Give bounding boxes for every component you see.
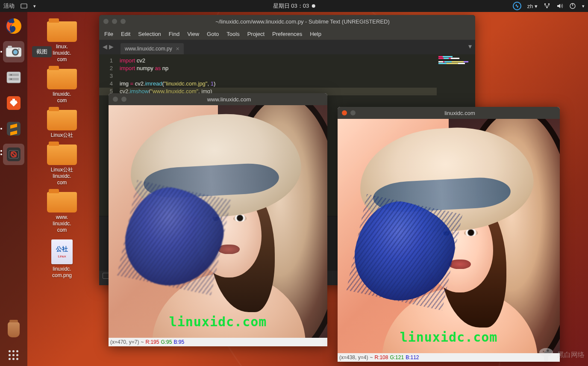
svg-rect-0 xyxy=(21,4,27,8)
image-canvas[interactable]: linuxidc.com xyxy=(109,105,327,338)
power-icon[interactable] xyxy=(569,3,576,9)
cv-window-b: linuxidc.com linuxidc.com (x=438, y=4) ~… xyxy=(338,107,560,362)
dock-sublime[interactable] xyxy=(3,118,24,139)
svg-rect-3 xyxy=(547,7,548,8)
dock-tooltip: 截图 xyxy=(32,46,52,57)
svg-rect-23 xyxy=(544,355,548,362)
svg-point-14 xyxy=(11,74,12,76)
notification-dot-icon xyxy=(312,4,315,8)
menu-file[interactable]: File xyxy=(104,31,113,37)
svg-rect-11 xyxy=(7,72,21,83)
window-titlebar[interactable]: ~/linuxidc.com/www.linuxidc.com.py - Sub… xyxy=(99,15,475,28)
svg-point-15 xyxy=(11,79,12,80)
desktop-folder[interactable]: Linux公社 linuxidc. com xyxy=(34,145,90,186)
window-close-icon[interactable] xyxy=(342,110,347,115)
svg-rect-12 xyxy=(9,74,19,76)
dock-trash[interactable] xyxy=(3,319,24,340)
svg-point-9 xyxy=(13,50,18,54)
menu-help[interactable]: Help xyxy=(310,31,321,37)
window-titlebar[interactable]: linuxidc.com xyxy=(338,107,560,119)
svg-point-10 xyxy=(18,48,20,50)
image-watermark: linuxidc.com xyxy=(169,314,267,329)
dock-firefox[interactable] xyxy=(3,15,24,37)
dock-files[interactable] xyxy=(3,67,24,88)
window-close-icon[interactable] xyxy=(103,19,109,24)
svg-point-25 xyxy=(547,350,549,352)
editor-tab[interactable]: www.linuxidc.com.py✕ xyxy=(121,43,184,54)
system-menu-arrow-icon[interactable]: ▾ xyxy=(582,3,585,9)
menu-view[interactable]: View xyxy=(187,31,199,37)
mushroom-icon xyxy=(538,346,555,363)
window-titlebar[interactable]: www.linuxidc.com xyxy=(109,93,327,105)
tab-prev-icon[interactable]: ◀ xyxy=(103,43,107,50)
svg-rect-2 xyxy=(548,3,550,5)
svg-rect-7 xyxy=(8,46,12,48)
menu-edit[interactable]: Edit xyxy=(121,31,130,37)
app-indicator-icon[interactable] xyxy=(21,3,27,9)
input-method-indicator[interactable]: zh ▾ xyxy=(527,3,538,9)
desktop-image-file[interactable]: 公社Linuxlinuxidc. com.png xyxy=(34,239,90,279)
activities-button[interactable]: 活动 xyxy=(3,2,15,10)
volume-icon[interactable] xyxy=(556,3,563,9)
desktop-icons: linux. linuxidc. com linuxidc. com Linux… xyxy=(34,21,90,285)
image-status-bar: (x=438, y=4) ~ R:108 G:121 B:112 xyxy=(338,353,560,362)
dropdown-arrow-icon[interactable]: ▾ xyxy=(33,3,36,9)
network-icon[interactable] xyxy=(544,3,550,9)
menu-selection[interactable]: Selection xyxy=(138,31,161,37)
window-close-icon[interactable] xyxy=(113,97,118,102)
power-profile-icon[interactable] xyxy=(513,2,521,10)
clock-label[interactable]: 星期日 03：03 xyxy=(273,2,309,10)
cv-window-a: www.linuxidc.com linuxidc.com (x=470, y=… xyxy=(109,93,327,346)
window-maximize-icon[interactable] xyxy=(121,19,126,24)
svg-point-24 xyxy=(543,351,544,352)
svg-rect-13 xyxy=(9,78,19,80)
window-minimize-icon[interactable] xyxy=(350,110,356,115)
tab-overflow-icon[interactable]: ▾ xyxy=(468,42,472,50)
screen-watermark: 黑白网络 xyxy=(538,346,585,363)
window-minimize-icon[interactable] xyxy=(112,19,117,24)
desktop-folder[interactable]: www. linuxidc. com xyxy=(34,192,90,233)
window-minimize-icon[interactable] xyxy=(121,97,126,102)
dock-software[interactable] xyxy=(3,92,24,114)
window-title: www.linuxidc.com xyxy=(131,96,327,103)
tab-close-icon[interactable]: ✕ xyxy=(176,46,179,52)
gnome-topbar: 活动 ▾ 星期日 03：03 zh ▾ ▾ xyxy=(0,0,588,12)
window-title: ~/linuxidc.com/www.linuxidc.com.py - Sub… xyxy=(130,18,475,25)
menu-bar: File Edit Selection Find View Goto Tools… xyxy=(99,28,475,40)
image-watermark: linuxidc.com xyxy=(400,330,498,345)
dock-screenshot[interactable] xyxy=(3,41,24,62)
ubuntu-dock xyxy=(0,12,27,366)
dock-image-viewer[interactable] xyxy=(3,144,24,165)
menu-tools[interactable]: Tools xyxy=(226,31,239,37)
image-canvas[interactable]: linuxidc.com xyxy=(338,119,560,353)
desktop-folder[interactable]: linuxidc. com xyxy=(34,69,90,104)
svg-rect-1 xyxy=(544,3,546,5)
desktop-folder[interactable]: Linux公社 xyxy=(34,110,90,139)
window-title: linuxidc.com xyxy=(360,110,560,116)
dock-apps-grid[interactable] xyxy=(3,345,24,366)
menu-preferences[interactable]: Preferences xyxy=(272,31,302,37)
tab-next-icon[interactable]: ▶ xyxy=(109,43,114,50)
image-status-bar: (x=470, y=7) ~ R:195 G:95 B:95 xyxy=(109,338,327,346)
menu-project[interactable]: Project xyxy=(247,31,265,37)
menu-find[interactable]: Find xyxy=(169,31,179,37)
menu-goto[interactable]: Goto xyxy=(207,31,219,37)
tab-strip: ◀▶ www.linuxidc.com.py✕ ▾ xyxy=(99,40,475,54)
